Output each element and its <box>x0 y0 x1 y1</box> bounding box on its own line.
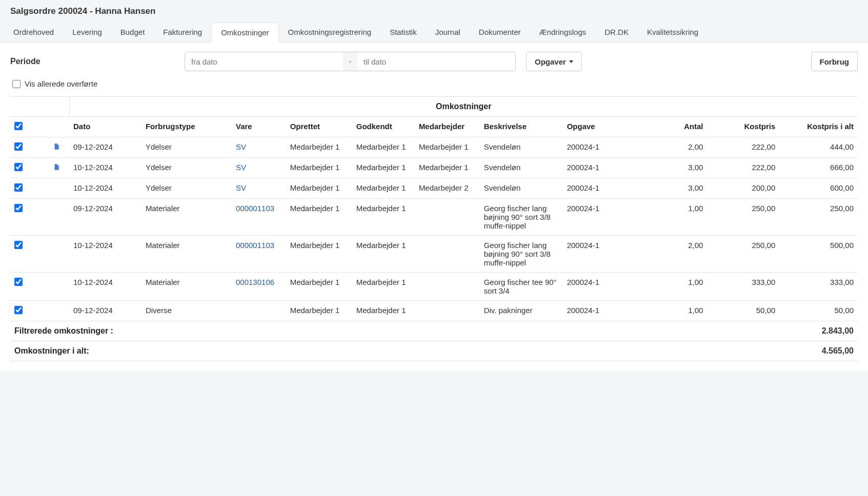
table-row[interactable]: 09-12-2024Materialer000001103Medarbejder… <box>10 199 858 236</box>
header-row: Dato Forbrugstype Vare Oprettet Godkendt… <box>10 117 858 137</box>
cell-task: 200024-1 <box>563 137 659 158</box>
cell-task: 200024-1 <box>563 178 659 199</box>
cell-item[interactable]: SV <box>232 158 286 178</box>
total-summary-value: 4.565,00 <box>779 341 858 361</box>
tab-fakturering[interactable]: Fakturering <box>154 23 211 42</box>
table-row[interactable]: 10-12-2024Materialer000130106Medarbejder… <box>10 273 858 301</box>
table-row[interactable]: 09-12-2024DiverseMedarbejder 1Medarbejde… <box>10 301 858 321</box>
from-date-input[interactable] <box>185 52 344 71</box>
cell-description: Georg fischer tee 90° sort 3/4 <box>480 273 563 301</box>
tab-dr-dk[interactable]: DR.DK <box>595 23 638 42</box>
row-checkbox[interactable] <box>14 163 23 171</box>
cell-employee: Medarbejder 1 <box>415 158 480 178</box>
cell-qty: 3,00 <box>659 178 707 199</box>
cell-date: 10-12-2024 <box>69 178 142 199</box>
tasks-button-label: Opgaver <box>535 57 566 66</box>
cell-date: 09-12-2024 <box>69 199 142 236</box>
row-checkbox[interactable] <box>14 306 23 314</box>
cell-description: Div. pakninger <box>480 301 563 321</box>
header-approved[interactable]: Godkendt <box>352 117 415 137</box>
header-employee[interactable]: Medarbejder <box>415 117 480 137</box>
row-checkbox[interactable] <box>14 142 23 151</box>
cell-item[interactable] <box>232 301 286 321</box>
tab-dokumenter[interactable]: Dokumenter <box>470 23 530 42</box>
document-icon[interactable] <box>53 163 60 171</box>
cell-employee <box>415 273 480 301</box>
cell-item[interactable]: SV <box>232 178 286 199</box>
cell-date: 09-12-2024 <box>69 301 142 321</box>
cell-created: Medarbejder 1 <box>286 158 352 178</box>
cell-total: 50,00 <box>779 301 858 321</box>
tab-kvalitetssikring[interactable]: Kvalitetssikring <box>638 23 708 42</box>
table-row[interactable]: 10-12-2024YdelserSVMedarbejder 1Medarbej… <box>10 178 858 199</box>
table-row[interactable]: 10-12-2024Materialer000001103Medarbejder… <box>10 236 858 273</box>
filtered-summary-label: Filtrerede omkostninger : <box>10 321 779 341</box>
cell-type: Materialer <box>142 236 232 273</box>
header-item[interactable]: Vare <box>232 117 286 137</box>
document-icon[interactable] <box>53 143 60 150</box>
header-qty[interactable]: Antal <box>659 117 707 137</box>
cell-item[interactable]: SV <box>232 137 286 158</box>
table-row[interactable]: 10-12-2024YdelserSVMedarbejder 1Medarbej… <box>10 158 858 178</box>
cell-qty: 1,00 <box>659 273 707 301</box>
cell-cost: 333,00 <box>707 273 779 301</box>
header-date[interactable]: Dato <box>69 117 142 137</box>
group-header-row: Omkostninger <box>10 97 858 117</box>
show-transferred-checkbox[interactable] <box>12 80 21 88</box>
cell-approved: Medarbejder 1 <box>352 301 415 321</box>
cell-qty: 2,00 <box>659 137 707 158</box>
cell-date: 10-12-2024 <box>69 236 142 273</box>
row-checkbox[interactable] <box>14 183 23 192</box>
show-transferred-row: Vis allerede overførte <box>10 79 858 88</box>
header-type[interactable]: Forbrugstype <box>142 117 232 137</box>
tab--ndringslogs[interactable]: Ændringslogs <box>530 23 596 42</box>
cell-cost: 222,00 <box>707 158 779 178</box>
cell-total: 600,00 <box>779 178 858 199</box>
tab-journal[interactable]: Journal <box>426 23 470 42</box>
to-date-input[interactable] <box>357 52 516 71</box>
tab-omkostninger[interactable]: Omkostninger <box>211 23 278 43</box>
header-cost[interactable]: Kostpris <box>707 117 779 137</box>
header-description[interactable]: Beskrivelse <box>480 117 563 137</box>
cell-item[interactable]: 000001103 <box>232 199 286 236</box>
cell-approved: Medarbejder 1 <box>352 236 415 273</box>
cell-description: Svendeløn <box>480 178 563 199</box>
costs-table-wrapper: Omkostninger Dato Forbrugstype Vare Opre… <box>10 96 858 361</box>
table-row[interactable]: 09-12-2024YdelserSVMedarbejder 1Medarbej… <box>10 137 858 158</box>
cell-employee <box>415 301 480 321</box>
row-checkbox[interactable] <box>14 278 23 286</box>
select-all-checkbox[interactable] <box>14 122 23 130</box>
row-checkbox[interactable] <box>14 241 23 249</box>
tabs-bar: OrdrehovedLeveringBudgetFaktureringOmkos… <box>0 23 868 43</box>
cell-employee <box>415 236 480 273</box>
cell-item[interactable]: 000130106 <box>232 273 286 301</box>
filtered-summary-row: Filtrerede omkostninger : 2.843,00 <box>10 321 858 341</box>
cell-created: Medarbejder 1 <box>286 301 352 321</box>
tab-statistik[interactable]: Statistik <box>380 23 426 42</box>
tab-levering[interactable]: Levering <box>63 23 111 42</box>
tasks-dropdown-button[interactable]: Opgaver <box>526 52 582 71</box>
cell-type: Materialer <box>142 273 232 301</box>
cell-type: Ydelser <box>142 178 232 199</box>
cell-qty: 1,00 <box>659 301 707 321</box>
forbrug-button[interactable]: Forbrug <box>811 52 858 71</box>
row-checkbox[interactable] <box>14 204 23 212</box>
period-label: Periode <box>10 57 179 66</box>
cell-type: Ydelser <box>142 137 232 158</box>
header-task[interactable]: Opgave <box>563 117 659 137</box>
header-total[interactable]: Kostpris i alt <box>779 117 858 137</box>
cell-description: Georg fischer lang bøjning 90° sort 3/8 … <box>480 236 563 273</box>
cell-type: Diverse <box>142 301 232 321</box>
cell-employee: Medarbejder 1 <box>415 137 480 158</box>
tab-ordrehoved[interactable]: Ordrehoved <box>4 23 63 42</box>
tab-budget[interactable]: Budget <box>111 23 154 42</box>
tab-omkostningsregistrering[interactable]: Omkostningsregistrering <box>279 23 381 42</box>
header-created[interactable]: Oprettet <box>286 117 352 137</box>
forbrug-button-label: Forbrug <box>820 57 850 66</box>
total-summary-label: Omkostninger i alt: <box>10 341 779 361</box>
show-transferred-label[interactable]: Vis allerede overførte <box>25 79 97 88</box>
cell-item[interactable]: 000001103 <box>232 236 286 273</box>
cell-created: Medarbejder 1 <box>286 178 352 199</box>
cell-total: 333,00 <box>779 273 858 301</box>
cell-date: 10-12-2024 <box>69 273 142 301</box>
